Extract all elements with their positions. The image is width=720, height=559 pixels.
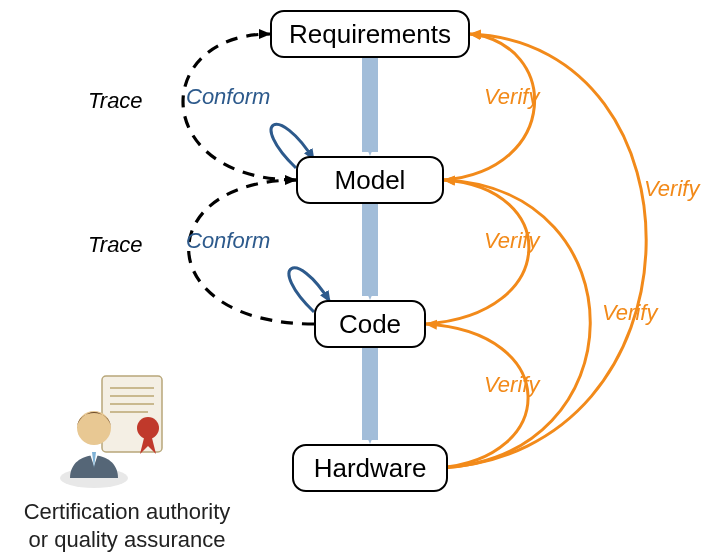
label-verify-hw-code: Verify: [484, 372, 539, 398]
label-trace-1: Trace: [88, 88, 143, 114]
label-conform-2: Conform: [186, 228, 270, 254]
node-hardware-label: Hardware: [314, 453, 427, 484]
label-trace-2: Trace: [88, 232, 143, 258]
svg-point-5: [137, 417, 159, 439]
node-code: Code: [314, 300, 426, 348]
node-requirements: Requirements: [270, 10, 470, 58]
node-model-label: Model: [335, 165, 406, 196]
node-model: Model: [296, 156, 444, 204]
label-conform-1: Conform: [186, 84, 270, 110]
label-verify-code-model: Verify: [484, 228, 539, 254]
verify-hw-to-req: [438, 34, 646, 468]
label-verify-hw-model: Verify: [602, 300, 657, 326]
node-code-label: Code: [339, 309, 401, 340]
node-requirements-label: Requirements: [289, 19, 451, 50]
certification-caption: Certification authority or quality assur…: [12, 498, 242, 553]
caption-line1: Certification authority: [24, 499, 231, 524]
label-verify-model-req: Verify: [484, 84, 539, 110]
verify-hw-to-model: [438, 180, 590, 468]
svg-point-7: [77, 411, 111, 445]
node-hardware: Hardware: [292, 444, 448, 492]
label-verify-hw-req: Verify: [644, 176, 699, 202]
caption-line2: or quality assurance: [29, 527, 226, 552]
